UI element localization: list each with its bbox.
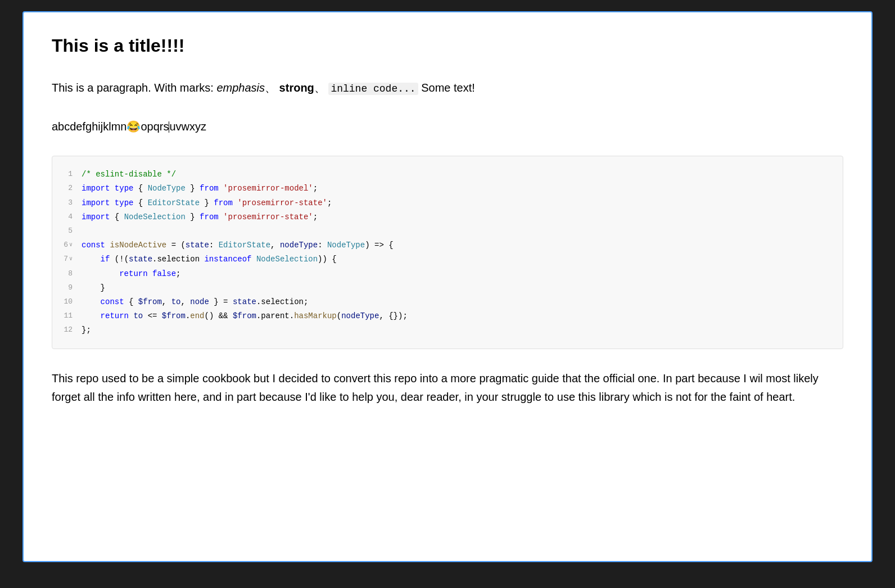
code-line-1: 1 /* eslint-disable */ <box>61 168 834 182</box>
code-line-3: 3 import type { EditorState } from 'pros… <box>61 196 834 210</box>
line-number-8: 8 <box>61 267 82 280</box>
alphabet-rest: uvwxyz <box>169 120 206 133</box>
bottom-paragraph: This repo used to be a simple cookbook b… <box>52 369 843 406</box>
line-content-1: /* eslint-disable */ <box>82 168 834 182</box>
line-content-4: import { NodeSelection } from 'prosemirr… <box>82 210 834 224</box>
line-content-8: return false; <box>82 267 834 281</box>
paragraph-prefix: This is a paragraph. With marks: <box>52 82 216 94</box>
line-content-9: } <box>82 281 834 295</box>
line-content-5 <box>82 224 834 238</box>
code-line-4: 4 import { NodeSelection } from 'prosemi… <box>61 210 834 224</box>
paragraph-suffix: Some text! <box>418 82 475 94</box>
line-number-9: 9 <box>61 281 82 294</box>
comma1: 、 <box>265 82 276 94</box>
line-number-2: 2 <box>61 182 82 195</box>
line-number-6: 6 ∨ <box>61 238 82 251</box>
code-line-7: 7 ∨ if (!(state.selection instanceof Nod… <box>61 252 834 266</box>
inline-code-text: inline code... <box>328 83 418 95</box>
line-number-7: 7 ∨ <box>61 252 82 265</box>
code-line-8: 8 return false; <box>61 267 834 281</box>
code-block: 1 /* eslint-disable */ 2 import type { N… <box>52 156 843 349</box>
line-content-12: }; <box>82 323 834 337</box>
code-line-10: 10 const { $from, to, node } = state.sel… <box>61 295 834 309</box>
emphasis-text: emphasis <box>216 82 265 94</box>
line-number-12: 12 <box>61 323 82 336</box>
code-line-5: 5 <box>61 224 834 238</box>
line-content-3: import type { EditorState } from 'prosem… <box>82 196 834 210</box>
line-content-6: const isNodeActive = (state: EditorState… <box>82 238 834 252</box>
line-content-7: if (!(state.selection instanceof NodeSel… <box>82 252 834 266</box>
alphabet-line: abcdefghijklmn😂opqrsuvwxyz <box>52 117 843 135</box>
line-number-4: 4 <box>61 210 82 223</box>
alphabet-prefix: abcdefghijklmn <box>52 120 126 133</box>
code-line-2: 2 import type { NodeType } from 'prosemi… <box>61 182 834 196</box>
emoji-char: 😂 <box>126 120 141 133</box>
code-line-12: 12 }; <box>61 323 834 337</box>
line-number-3: 3 <box>61 196 82 209</box>
line-content-11: return to <= $from.end() && $from.parent… <box>82 309 834 323</box>
code-line-11: 11 return to <= $from.end() && $from.par… <box>61 309 834 323</box>
editor-area[interactable]: This is a title!!!! This is a paragraph.… <box>22 11 873 562</box>
line-content-2: import type { NodeType } from 'prosemirr… <box>82 182 834 196</box>
line-number-1: 1 <box>61 168 82 180</box>
code-line-9: 9 } <box>61 281 834 295</box>
line-number-5: 5 <box>61 224 82 237</box>
line-content-10: const { $from, to, node } = state.select… <box>82 295 834 309</box>
code-line-6: 6 ∨ const isNodeActive = (state: EditorS… <box>61 238 834 252</box>
line-number-10: 10 <box>61 295 82 308</box>
line-number-11: 11 <box>61 309 82 322</box>
paragraph-with-marks: This is a paragraph. With marks: emphasi… <box>52 79 843 97</box>
comma2: 、 <box>314 82 326 94</box>
document-title: This is a title!!!! <box>52 35 843 56</box>
strong-text: strong <box>279 82 314 94</box>
alphabet-middle: opqrs <box>141 120 169 133</box>
